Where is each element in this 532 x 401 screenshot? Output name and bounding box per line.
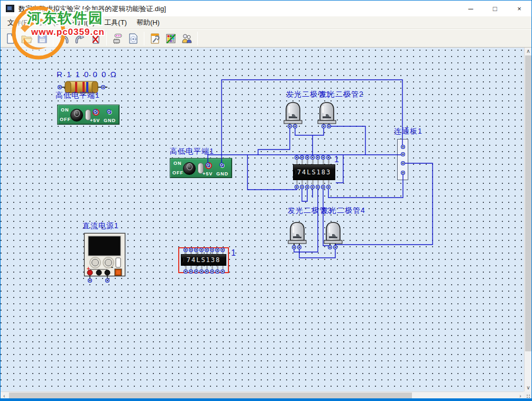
chip-74ls183[interactable]: 74LS183 [293,164,335,180]
redo-arrow-icon [74,33,86,44]
vertical-scrollbar[interactable]: ∧ ∨ [524,48,531,391]
junction-board[interactable] [397,139,408,180]
dc-power-supply[interactable]: + - [84,232,126,282]
level-board-2-label: 高低电平端1 [170,147,214,156]
save-file-button[interactable] [34,31,50,46]
palette-icon [165,33,177,44]
led4-label: 发光二极管4 [321,206,365,216]
scroll-down-arrow[interactable]: ∨ [525,384,532,391]
on-label: ON [173,161,182,166]
open-folder-icon [21,33,32,44]
chip-notch [181,257,184,263]
title-bar: 数字电路虚拟实验室 [全加器的逻辑功能验证.dig] ─ □ × [1,1,531,16]
new-file-icon [5,33,16,44]
simulate-icon [127,33,139,44]
wrench-icon [149,33,161,44]
maximize-button[interactable]: □ [483,1,507,16]
new-file-button[interactable] [3,31,19,46]
color-palette-button[interactable] [163,31,179,46]
scroll-up-arrow[interactable]: ∧ [525,48,532,55]
circuit-canvas[interactable]: R 1 1 0 0 0 Ω 高低电平端1 高低电平端1 发光二极管1 发光二极管… [1,48,525,391]
chip-74ls138[interactable]: 74LS138 [181,254,226,266]
save-floppy-icon [36,33,48,44]
plus5v-terminal[interactable] [205,162,212,169]
toolbar [1,30,531,48]
app-window: 数字电路虚拟实验室 [全加器的逻辑功能验证.dig] ─ □ × 文件(F) 操… [0,0,532,401]
chip-74ls183-ref: 1 [334,155,339,164]
users-button[interactable] [179,31,195,46]
menu-bar: 文件(F) 操作(E) 视图(V) 工具(T) 帮助(H) [1,16,531,29]
window-border [1,398,531,400]
gnd-label: GND [216,171,228,176]
chip-74ls183-bottom-pins [296,180,331,187]
app-icon [6,5,14,12]
led-icon [283,101,302,128]
led-3[interactable] [288,221,307,250]
chip-note-icon [112,33,123,44]
settings-wrench-button[interactable] [147,31,163,46]
toolbar-separator [197,32,198,45]
window-title: 数字电路虚拟实验室 [全加器的逻辑功能验证.dig] [19,4,166,14]
undo-arrow-icon [58,33,70,44]
toolbar-separator [53,32,53,45]
level-board-2[interactable]: ON OFF +5V GND [170,158,232,178]
close-button[interactable]: × [507,1,531,16]
positive-terminal[interactable] [87,270,93,275]
simulate-button[interactable] [125,31,141,46]
led-4[interactable] [324,221,343,250]
on-label: ON [61,107,69,113]
negative-terminal[interactable] [105,270,110,275]
gnd-label: GND [104,118,116,123]
gnd-terminal[interactable] [219,162,226,169]
toggle-knob [74,110,80,117]
toolbar-separator [144,32,144,45]
toggle-switch[interactable] [183,162,196,175]
chip-74ls138-top-pins [185,249,224,254]
toggle-knob [187,163,192,170]
toggle-switch[interactable] [70,109,83,122]
chip-74ls138-bottom-pins [185,266,224,271]
level-board-1-label: 高低电平端1 [56,91,100,100]
chip-74ls183-text: 74LS183 [297,169,332,176]
plus5v-terminal[interactable] [93,109,99,116]
minus-mark: - [111,264,113,271]
menu-help[interactable]: 帮助(H) [132,16,164,29]
chip-74ls138-text: 74LS138 [187,256,221,264]
delete-button[interactable] [88,31,104,46]
menu-tools[interactable]: 工具(T) [99,16,132,29]
open-file-button[interactable] [19,31,34,46]
led-icon [324,221,343,248]
undo-button[interactable] [56,31,72,46]
chip-74ls183-top-pins [296,157,331,164]
terminal[interactable] [96,270,102,275]
vertical-scroll-thumb[interactable] [525,55,531,351]
gnd-terminal[interactable] [106,109,113,116]
resistor-label: R 1 1 0 0 0 Ω [57,70,117,79]
level-board-1[interactable]: ON OFF +5V GND [57,105,120,125]
led-icon [288,221,307,248]
off-label: OFF [60,117,71,122]
delete-icon [90,33,102,44]
led-icon [317,101,336,128]
menu-file[interactable]: 文件(F) [3,16,35,29]
toolbar-separator [106,32,107,45]
off-label: OFF [172,170,184,175]
menu-edit[interactable]: 操作(E) [35,16,67,29]
users-icon [181,33,192,44]
component-note-button[interactable] [109,31,125,46]
junction-board-label: 连通板1 [394,127,423,136]
redo-button[interactable] [72,31,88,46]
minimize-button[interactable]: ─ [458,1,483,16]
plus5v-label: +5V [203,171,213,176]
plus5v-label: +5V [90,118,100,123]
menu-view[interactable]: 视图(V) [67,16,99,29]
led-1[interactable] [283,101,302,130]
chip-74ls138-ref: 1 [231,248,236,258]
led2-label: 发光二极管2 [319,90,364,99]
dc-power-label: 直流电源1 [82,221,119,231]
led-2[interactable] [317,101,336,130]
chip-notch [293,170,296,175]
